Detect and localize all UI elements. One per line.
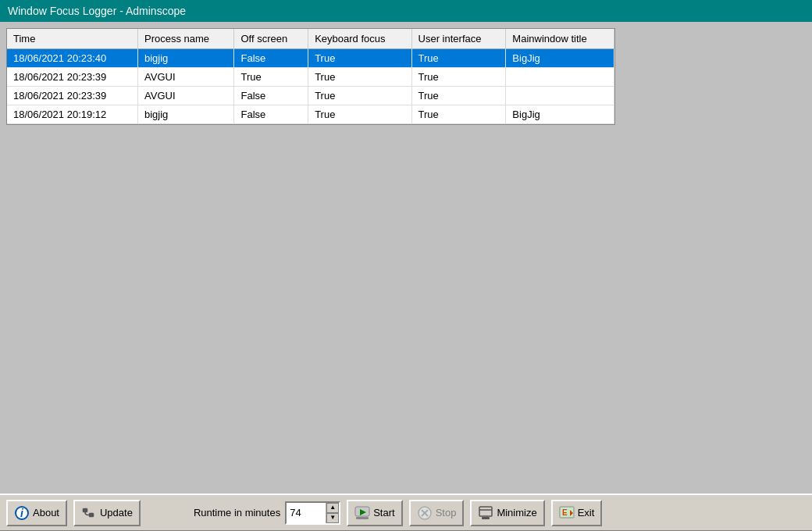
table-cell [506,68,614,87]
start-label: Start [373,507,394,519]
table-cell: 18/06/2021 20:23:39 [7,68,138,87]
table-cell: True [411,49,506,68]
focus-log-table: Time Process name Off screen Keyboard fo… [7,29,614,124]
col-ui: User interface [411,29,506,49]
runtime-input[interactable] [287,503,326,523]
svg-rect-4 [356,517,369,519]
table-row[interactable]: 18/06/2021 20:23:39AVGUITrueTrueTrue [7,68,614,87]
table-cell: True [411,87,506,105]
table-cell: False [234,105,308,124]
table-row[interactable]: 18/06/2021 20:23:40bigjigFalseTrueTrueBi… [7,49,614,68]
col-title: Mainwindow title [506,29,614,49]
start-button[interactable]: Start [347,500,402,526]
svg-rect-0 [83,508,87,512]
table-cell: True [411,105,506,124]
stop-label: Stop [436,507,457,519]
table-cell: True [308,87,411,105]
exit-button[interactable]: E Exit [551,500,603,526]
minimize-button[interactable]: Minimize [470,500,544,526]
table-cell: True [308,68,411,87]
about-label: About [33,507,59,519]
col-offscreen: Off screen [234,29,308,49]
svg-text:E: E [562,508,568,517]
table-cell: bigjig [138,49,234,68]
table-cell: True [411,68,506,87]
table-header-row: Time Process name Off screen Keyboard fo… [7,29,614,49]
info-icon: i [14,505,30,521]
table-cell: bigjig [138,105,234,124]
minimize-icon [478,505,493,521]
table-cell: 18/06/2021 20:19:12 [7,105,138,124]
runtime-label: Runtime in minutes [194,507,280,519]
toolbar: i About Update Runtime in minutes ▲ ▼ [0,494,812,531]
spinner-down[interactable]: ▼ [326,513,339,523]
table-cell: BigJig [506,49,614,68]
runtime-spinner: ▲ ▼ [326,503,339,523]
main-content: Time Process name Off screen Keyboard fo… [0,22,812,494]
title-bar-text: Window Focus Logger - Adminscope [8,5,186,17]
col-keyboard: Keyboard focus [308,29,411,49]
about-button[interactable]: i About [6,500,67,526]
table-cell: AVGUI [138,87,234,105]
update-button[interactable]: Update [73,500,141,526]
col-process: Process name [138,29,234,49]
table-row[interactable]: 18/06/2021 20:19:12bigjigFalseTrueTrueBi… [7,105,614,124]
table-cell: True [234,68,308,87]
exit-icon: E [559,505,575,521]
table-cell: 18/06/2021 20:23:39 [7,87,138,105]
table-cell: True [308,49,411,68]
table-cell: True [308,105,411,124]
runtime-section: Runtime in minutes ▲ ▼ [194,501,340,525]
data-table-container: Time Process name Off screen Keyboard fo… [6,28,615,125]
svg-rect-8 [479,507,492,516]
minimize-label: Minimize [497,507,536,519]
runtime-input-wrapper: ▲ ▼ [285,501,340,525]
start-icon [354,505,370,521]
table-cell: BigJig [506,105,614,124]
update-icon [81,505,97,521]
title-bar: Window Focus Logger - Adminscope [0,0,812,22]
col-time: Time [7,29,138,49]
table-cell: False [234,49,308,68]
exit-label: Exit [578,507,595,519]
stop-icon [417,505,433,521]
spinner-up[interactable]: ▲ [326,503,339,513]
table-cell: AVGUI [138,68,234,87]
table-row[interactable]: 18/06/2021 20:23:39AVGUIFalseTrueTrue [7,87,614,105]
table-cell: 18/06/2021 20:23:40 [7,49,138,68]
table-cell: False [234,87,308,105]
stop-button[interactable]: Stop [409,500,465,526]
update-label: Update [100,507,133,519]
svg-rect-10 [482,517,490,519]
table-cell [506,87,614,105]
